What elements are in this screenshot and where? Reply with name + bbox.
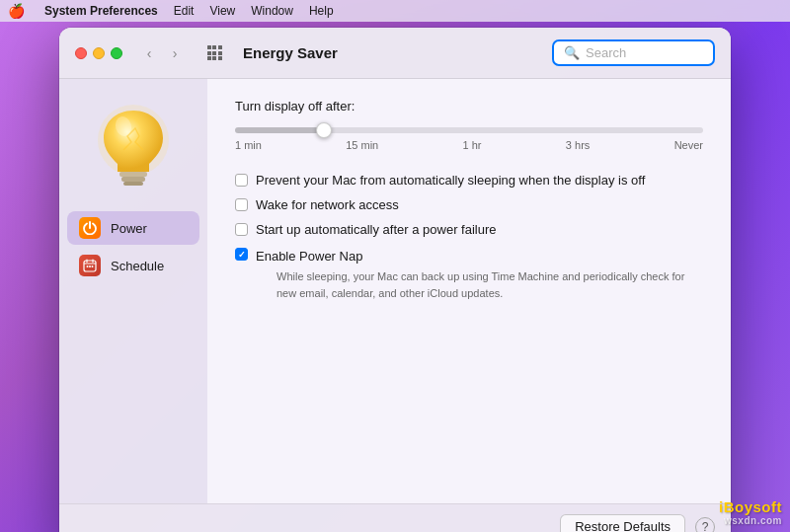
close-button[interactable] <box>75 47 87 59</box>
display-sleep-slider[interactable] <box>235 127 703 133</box>
option-startup-failure: Start up automatically after a power fai… <box>235 222 703 237</box>
svg-rect-1 <box>119 172 147 177</box>
sidebar-item-power[interactable]: Power <box>67 211 199 245</box>
power-icon <box>79 217 101 239</box>
checkbox-power-nap[interactable] <box>235 248 248 261</box>
search-input[interactable] <box>586 45 704 60</box>
options-list: Prevent your Mac from automatically slee… <box>235 173 703 301</box>
fullscreen-button[interactable] <box>111 47 122 59</box>
grid-view-button[interactable] <box>201 42 227 64</box>
help-button[interactable]: ? <box>695 517 715 533</box>
slider-label-15min: 15 min <box>346 139 378 151</box>
svg-rect-3 <box>123 182 143 186</box>
checkbox-startup-failure[interactable] <box>235 223 248 236</box>
svg-point-9 <box>87 266 89 267</box>
window-title: Energy Saver <box>243 44 540 61</box>
checkbox-prevent-sleep[interactable] <box>235 174 248 187</box>
slider-title: Turn display off after: <box>235 99 703 114</box>
bottom-bar: Restore Defaults ? <box>59 503 731 532</box>
nav-buttons: ‹ › <box>138 42 186 64</box>
option-wake-network: Wake for network access <box>235 197 703 212</box>
search-box[interactable]: 🔍 <box>552 39 715 66</box>
menu-view[interactable]: View <box>209 4 235 18</box>
grid-icon <box>207 45 222 60</box>
menu-window[interactable]: Window <box>251 4 293 18</box>
slider-thumb[interactable] <box>316 122 332 138</box>
slider-label-1hr: 1 hr <box>463 139 482 151</box>
back-button[interactable]: ‹ <box>138 42 160 64</box>
restore-defaults-button[interactable]: Restore Defaults <box>560 514 685 532</box>
option-startup-failure-label: Start up automatically after a power fai… <box>256 222 497 237</box>
sidebar-item-schedule[interactable]: Schedule <box>67 249 199 282</box>
search-icon: 🔍 <box>564 45 580 60</box>
traffic-lights <box>75 47 122 59</box>
option-power-nap-label: Enable Power Nap <box>256 249 362 264</box>
brand-sub: wsxdn.com <box>719 515 782 526</box>
checkbox-wake-network[interactable] <box>235 198 248 211</box>
option-prevent-sleep: Prevent your Mac from automatically slee… <box>235 173 703 188</box>
option-wake-network-label: Wake for network access <box>256 197 399 212</box>
titlebar: ‹ › Energy Saver 🔍 <box>59 28 731 79</box>
schedule-icon <box>79 255 101 276</box>
schedule-label: Schedule <box>111 259 164 273</box>
menu-system-preferences[interactable]: System Preferences <box>44 4 158 18</box>
energy-saver-icon <box>89 103 178 191</box>
slider-fill <box>235 127 329 133</box>
display-sleep-slider-section: Turn display off after: 1 min 15 min 1 h… <box>235 99 703 151</box>
power-nap-description: While sleeping, your Mac can back up usi… <box>276 268 703 301</box>
menu-edit[interactable]: Edit <box>174 4 195 18</box>
watermark: iBoysoft wsxdn.com <box>719 498 782 526</box>
sidebar: Power Schedule <box>59 79 207 503</box>
main-panel: Turn display off after: 1 min 15 min 1 h… <box>207 79 731 503</box>
minimize-button[interactable] <box>93 47 105 59</box>
svg-point-11 <box>92 266 94 267</box>
svg-point-10 <box>89 266 91 267</box>
option-prevent-sleep-label: Prevent your Mac from automatically slee… <box>256 173 645 188</box>
slider-label-3hrs: 3 hrs <box>566 139 590 151</box>
slider-label-1min: 1 min <box>235 139 262 151</box>
preferences-window: ‹ › Energy Saver 🔍 <box>59 28 731 532</box>
apple-menu[interactable]: 🍎 <box>8 3 25 19</box>
forward-button[interactable]: › <box>164 42 186 64</box>
menubar: 🍎 System Preferences Edit View Window He… <box>0 0 790 22</box>
power-label: Power <box>111 221 147 236</box>
power-nap-content: Enable Power Nap While sleeping, your Ma… <box>256 247 703 301</box>
svg-rect-2 <box>121 177 145 182</box>
slider-label-never: Never <box>674 139 703 151</box>
content-area: Power Schedule <box>59 79 731 503</box>
brand-name: iBoysoft <box>719 498 782 515</box>
slider-labels: 1 min 15 min 1 hr 3 hrs Never <box>235 139 703 151</box>
option-power-nap: Enable Power Nap While sleeping, your Ma… <box>235 247 703 301</box>
menu-help[interactable]: Help <box>309 4 334 18</box>
